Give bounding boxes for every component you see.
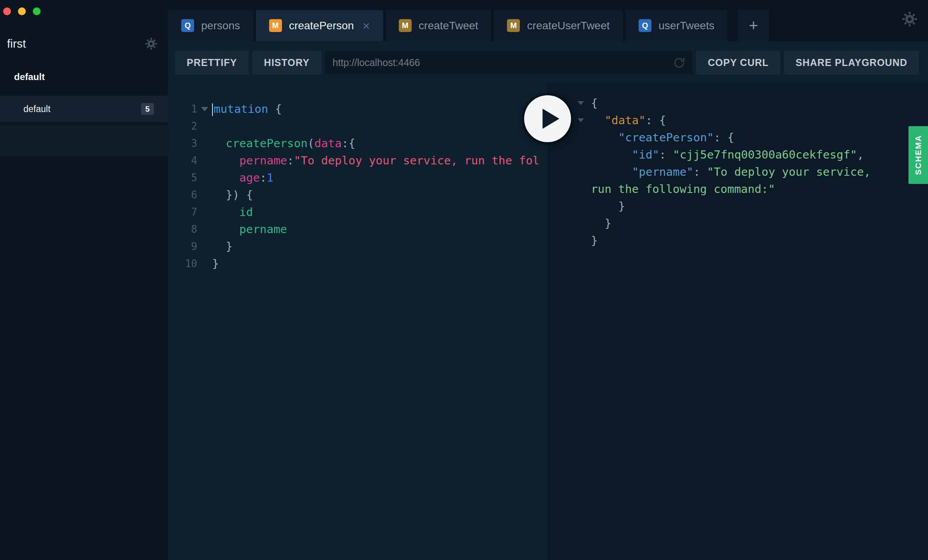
code-text: }) {: [212, 188, 253, 202]
reload-schema-icon[interactable]: [673, 57, 685, 69]
response-line: }: [548, 215, 928, 232]
response-line: }: [548, 198, 928, 215]
code-token: mutation: [214, 102, 268, 116]
code-token: }: [212, 240, 232, 253]
response-token: }: [618, 200, 625, 213]
tab-userTweets[interactable]: QuserTweets: [625, 10, 728, 41]
code-token: }: [212, 257, 219, 270]
response-text: "data": {: [591, 114, 666, 127]
tab-label: createUserTweet: [527, 20, 610, 32]
tab-createPerson[interactable]: McreatePerson×: [256, 10, 383, 41]
main-area: QpersonsMcreatePerson×McreateTweetMcreat…: [168, 0, 928, 560]
tab-bar: QpersonsMcreatePerson×McreateTweetMcreat…: [168, 0, 928, 41]
line-number: 10: [168, 258, 197, 269]
code-text: }: [212, 257, 219, 270]
line-number: 3: [168, 137, 197, 149]
response-line: {: [548, 95, 928, 112]
query-badge: Q: [639, 19, 651, 32]
fold-caret-icon[interactable]: [197, 107, 212, 111]
code-token: [212, 205, 239, 219]
response-text: }: [591, 234, 598, 247]
response-text: {: [591, 96, 598, 110]
tab-label: userTweets: [659, 20, 714, 32]
tab-persons[interactable]: Qpersons: [168, 10, 253, 41]
response-line: "id": "cjj5e7fnq00300a60cekfesgf",: [548, 146, 928, 163]
response-token: "cjj5e7fnq00300a60cekfesgf": [673, 148, 857, 161]
minimize-window-button[interactable]: [18, 7, 26, 15]
code-line: 3 createPerson(data:{: [168, 135, 548, 152]
response-text: "pername": "To deploy your service,: [591, 165, 871, 178]
response-text: run the following command:": [591, 182, 775, 196]
code-token: [212, 171, 239, 184]
code-token: data: [314, 137, 342, 150]
add-tab-button[interactable]: +: [738, 10, 769, 41]
sidebar-item-label: default: [23, 104, 50, 114]
response-token: }: [605, 217, 611, 230]
tab-label: createPerson: [289, 20, 354, 32]
code-token: [212, 137, 226, 150]
code-token: pername: [239, 154, 287, 167]
panes: 1mutation {23 createPerson(data:{4 perna…: [168, 84, 928, 560]
history-button[interactable]: HISTORY: [252, 51, 321, 75]
response-token: {: [591, 96, 598, 110]
query-editor[interactable]: 1mutation {23 createPerson(data:{4 perna…: [168, 84, 548, 560]
response-line: "pername": "To deploy your service,: [548, 163, 928, 180]
response-token: }: [591, 234, 598, 247]
response-token: "data": [605, 114, 646, 127]
text-cursor: [212, 103, 213, 116]
workspace-settings-gear-icon[interactable]: [145, 38, 157, 50]
code-token: :: [287, 154, 294, 167]
response-text: }: [591, 200, 625, 213]
response-token: : {: [714, 131, 734, 144]
code-text: id: [212, 205, 253, 219]
response-token: run the following command:": [591, 182, 775, 196]
endpoint-url-input[interactable]: [332, 57, 668, 69]
schema-tab-label: SCHEMA: [914, 135, 923, 175]
workspace-title: first: [7, 37, 26, 50]
copy-curl-button[interactable]: COPY CURL: [696, 51, 780, 75]
mutation-badge: M: [507, 19, 520, 32]
line-number: 9: [168, 241, 197, 252]
line-number: 2: [168, 120, 197, 132]
mutation-badge: M: [399, 19, 412, 32]
code-token: }) {: [212, 188, 253, 202]
schema-tab[interactable]: SCHEMA: [908, 126, 928, 184]
response-token: :: [693, 165, 707, 178]
workspace-header: first: [7, 37, 157, 50]
code-token: (: [307, 137, 314, 150]
share-playground-button[interactable]: SHARE PLAYGROUND: [784, 51, 919, 75]
tab-createUserTweet[interactable]: McreateUserTweet: [494, 10, 623, 41]
code-token: :: [342, 137, 348, 150]
code-token: [212, 154, 239, 167]
tab-createTweet[interactable]: McreateTweet: [385, 10, 492, 41]
toolbar: PRETTIFY HISTORY COPY CURL SHARE PLAYGRO…: [168, 41, 928, 84]
line-number: 8: [168, 223, 197, 235]
code-text: pername: [212, 223, 287, 236]
code-line: 7 id: [168, 203, 548, 221]
line-number: 4: [168, 155, 197, 166]
close-window-button[interactable]: [3, 7, 11, 15]
zoom-window-button[interactable]: [33, 7, 41, 15]
execute-button[interactable]: [524, 95, 571, 142]
response-token: ,: [857, 148, 864, 161]
code-line: 2: [168, 118, 548, 135]
sidebar-empty-row: [0, 125, 168, 156]
code-line: 8 pername: [168, 221, 548, 238]
window-controls: [3, 7, 41, 15]
collapse-caret-icon[interactable]: [578, 118, 591, 122]
code-line: 4 pername:"To deploy your service, run t…: [168, 152, 548, 169]
close-tab-icon[interactable]: ×: [362, 20, 370, 32]
code-line: 1mutation {: [168, 100, 548, 118]
code-token: {: [348, 137, 355, 150]
settings-gear-icon[interactable]: [902, 12, 917, 27]
response-token: "pername": [632, 165, 693, 178]
collapse-caret-icon[interactable]: [578, 101, 591, 105]
response-viewer: {"data": {"createPerson": {"id": "cjj5e7…: [548, 84, 928, 560]
tab-label: createTweet: [419, 20, 478, 32]
code-token: 1: [267, 171, 273, 184]
sidebar-item-default[interactable]: default 5: [0, 96, 168, 122]
prettify-button[interactable]: PRETTIFY: [175, 51, 249, 75]
code-token: createPerson: [226, 137, 308, 150]
endpoint-url-box: [325, 51, 693, 75]
line-number: 7: [168, 206, 197, 218]
